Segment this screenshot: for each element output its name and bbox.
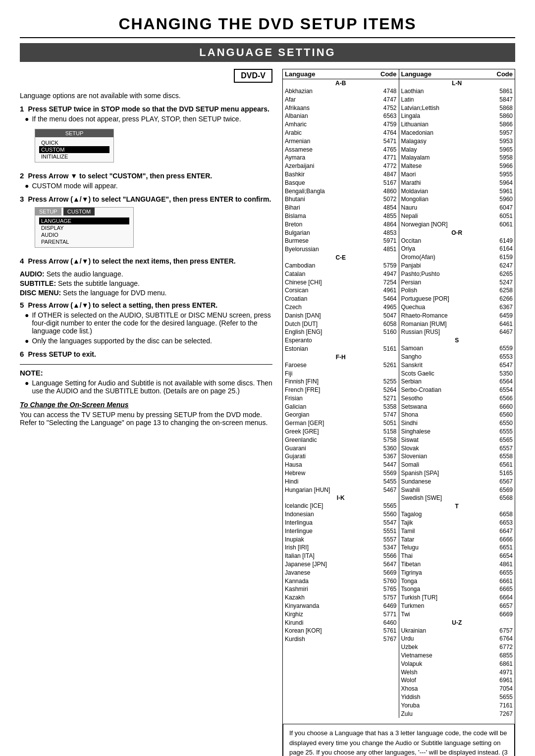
list-item: Persian5247 <box>399 278 515 287</box>
list-item: Singhalese6555 <box>399 428 515 436</box>
list-item: Oriya6164 <box>399 245 515 253</box>
list-item: Vietnamese6855 <box>399 651 515 660</box>
list-item: Telugu6651 <box>399 543 515 552</box>
list-item: Serbo-Croatian6554 <box>399 386 515 394</box>
list-item: Sanskrit6547 <box>399 361 515 370</box>
list-item: Kurdish5767 <box>283 635 399 644</box>
step-6-text: Press SETUP to exit. <box>28 350 96 358</box>
bottom-note: If you choose a Language that has a 3 le… <box>283 724 515 756</box>
list-item: Malayalam5958 <box>399 154 515 162</box>
list-item: Somali6561 <box>399 461 515 469</box>
list-item: Setswana6660 <box>399 403 515 411</box>
list-item: Javanese5669 <box>283 569 399 577</box>
language-table: Language Code A-B Abkhazian4748 Afar4747… <box>282 69 515 756</box>
dvd-v-badge: DVD-V <box>234 69 272 83</box>
list-item: Latvian;Lettish5868 <box>399 104 515 112</box>
list-item: Ukrainian6757 <box>399 627 515 635</box>
list-item: Afrikaans4752 <box>283 104 399 112</box>
section-ik: I-K <box>283 494 399 502</box>
step-2-text: Press Arrow ▼ to select "CUSTOM", then p… <box>28 172 212 180</box>
list-item: Amharic4759 <box>283 120 399 129</box>
step-5-text: Press Arrow (▲/▼) to select a setting, t… <box>28 301 217 309</box>
list-item: French [FRE]5264 <box>283 386 399 394</box>
list-item: Swedish [SWE]6568 <box>399 494 515 502</box>
list-item: Byelorussian4851 <box>283 245 399 254</box>
list-item: Macedonian5957 <box>399 129 515 137</box>
list-item: Greenlandic5758 <box>283 436 399 444</box>
list-item: Finnish [FIN]5255 <box>283 378 399 386</box>
list-item: Laothian5861 <box>399 87 515 96</box>
list-item: Rhaeto-Romance6459 <box>399 312 515 320</box>
list-item: Arabic4764 <box>283 129 399 137</box>
step-4: 4 Press Arrow (▲/▼) to select the next i… <box>20 257 272 265</box>
step-5: 5 Press Arrow (▲/▼) to select a setting,… <box>20 301 272 345</box>
list-item: Corsican4961 <box>283 286 399 295</box>
section-uz: U-Z <box>399 619 515 627</box>
list-item: Pashto;Pushto6265 <box>399 270 515 278</box>
list-item: Danish [DAN]5047 <box>283 312 399 320</box>
list-item: Turkmen6657 <box>399 602 515 610</box>
list-item: Tatar6666 <box>399 536 515 544</box>
list-item: Cambodian5759 <box>283 262 399 270</box>
audio-text: AUDIO: Sets the audio language. <box>20 270 272 278</box>
list-item: Malagasy5953 <box>399 137 515 146</box>
list-item: Dutch [DUT]6058 <box>283 320 399 328</box>
list-item: Burmese5971 <box>283 237 399 245</box>
list-item: Faroese5261 <box>283 361 399 370</box>
step-5-bullet-1: If OTHER is selected on the AUDIO, SUBTI… <box>25 311 272 335</box>
list-item: Abkhazian4748 <box>283 87 399 96</box>
lang-col-left: Language Code A-B Abkhazian4748 Afar4747… <box>283 69 399 718</box>
step-3: 3 Press Arrow (▲/▼) to select "LANGUAGE"… <box>20 195 272 252</box>
section-title: LANGUAGE SETTING <box>20 43 515 62</box>
lang-col-right: Language Code L-N Laothian5861 Latin5847… <box>399 69 515 718</box>
list-item: Marathi5964 <box>399 179 515 187</box>
menu-diagram-2: SETUP CUSTOM LANGUAGE DISPLAY AUDIO PARE… <box>35 207 134 248</box>
list-item: Norwegian [NOR]6061 <box>399 220 515 229</box>
list-item: German [GER]5051 <box>283 419 399 428</box>
list-item: Kinyarwanda6469 <box>283 602 399 610</box>
list-item: Sundanese6567 <box>399 478 515 486</box>
step-6: 6 Press SETUP to exit. <box>20 350 272 358</box>
list-item: Kirghiz5771 <box>283 610 399 619</box>
list-item: Inupiak5557 <box>283 536 399 544</box>
list-item: Tibetan4861 <box>399 560 515 569</box>
list-item: Oromo(Afan)6159 <box>399 253 515 262</box>
list-item: Bihari4854 <box>283 204 399 212</box>
list-item: Turkish [TUR]6664 <box>399 594 515 602</box>
list-item: Japanese [JPN]5647 <box>283 560 399 569</box>
list-item: Zulu7267 <box>399 710 515 718</box>
list-item: Greek [GRE]5158 <box>283 428 399 436</box>
section-fh: F-H <box>283 353 399 361</box>
step-4-text: Press Arrow (▲/▼) to select the next ite… <box>28 257 235 265</box>
list-item: Frisian5271 <box>283 394 399 403</box>
list-item: Georgian5747 <box>283 411 399 419</box>
list-item: Wolof6961 <box>399 676 515 685</box>
list-item: Interlingua5547 <box>283 519 399 527</box>
step-1-text: Press SETUP twice in STOP mode so that t… <box>28 105 269 113</box>
list-item: Volapuk6861 <box>399 660 515 668</box>
list-item: Breton4864 <box>283 220 399 229</box>
list-item: Malay5965 <box>399 146 515 154</box>
list-item: Siswat6565 <box>399 436 515 444</box>
section-ab: A-B <box>283 79 399 87</box>
list-item: Galician5358 <box>283 403 399 411</box>
note-bullet-1: Language Setting for Audio and Subtitle … <box>25 379 272 395</box>
list-item: Afar4747 <box>283 96 399 104</box>
list-item: Tigrinya6655 <box>399 569 515 577</box>
change-menus-title: To Change the On-Screen Menus <box>20 401 272 409</box>
list-item: Swahili6569 <box>399 486 515 494</box>
list-item: Lithuanian5866 <box>399 120 515 129</box>
list-item: Yiddish5655 <box>399 693 515 702</box>
list-item: Albanian6563 <box>283 112 399 120</box>
change-menus-text: You can access the TV SETUP menu by pres… <box>20 411 272 427</box>
list-item: Sindhi6550 <box>399 419 515 428</box>
list-item: Occitan6149 <box>399 237 515 245</box>
list-item: Interlingue5551 <box>283 527 399 536</box>
list-item: Mongolian5960 <box>399 195 515 204</box>
step-2: 2 Press Arrow ▼ to select "CUSTOM", then… <box>20 171 272 190</box>
list-item: Catalan4947 <box>283 270 399 278</box>
list-item: Azerbaijani4772 <box>283 162 399 170</box>
intro-text: Language options are not available with … <box>20 92 272 100</box>
list-item: Moldavian5961 <box>399 187 515 196</box>
list-item: Urdu6764 <box>399 635 515 643</box>
